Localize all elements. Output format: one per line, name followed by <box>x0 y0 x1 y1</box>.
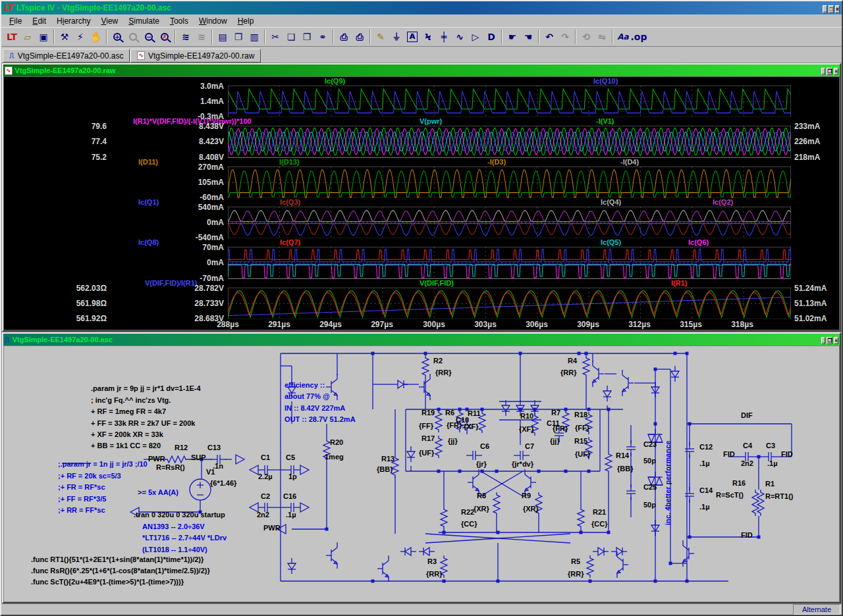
mirror-button[interactable]: ⇋ <box>594 29 610 45</box>
plot-settings-button[interactable]: ≋ <box>194 29 209 45</box>
plot-grid[interactable] <box>228 126 791 157</box>
menu-item-tools[interactable]: Tools <box>165 16 194 26</box>
plot-grid[interactable] <box>228 86 791 117</box>
menu-item-edit[interactable]: Edit <box>27 16 51 26</box>
menu-item-help[interactable]: Help <box>232 16 259 26</box>
maximize-button[interactable]: □ <box>829 5 833 13</box>
ground-button[interactable]: ⏚ <box>389 29 404 45</box>
zoom-back-button[interactable] <box>125 29 141 45</box>
plot-pane-2[interactable]: I(R1)*V(DIF,FID)/(-I(V1)*V(pwr))*100V(pw… <box>4 117 839 157</box>
y-axis-outer-labels: 562.03Ω561.98Ω561.92Ω <box>4 288 111 319</box>
trace-label[interactable]: I(D13) <box>279 158 300 167</box>
plot-pane-6[interactable]: V(DIF,FID)/I(R1)V(DIF,FID)I(R1)562.03Ω56… <box>4 279 839 319</box>
control-panel-button[interactable]: ⚒ <box>57 29 72 45</box>
plot-grid[interactable] <box>228 288 791 319</box>
schematic-text: C23 <box>643 440 657 449</box>
undo-button[interactable]: ↶ <box>541 29 557 45</box>
close-button[interactable]: × <box>834 337 838 344</box>
trace-label[interactable]: Ic(Q10) <box>593 77 618 86</box>
maximize-button[interactable]: ❐ <box>827 68 832 75</box>
trace-label[interactable]: -I(V1) <box>596 117 614 126</box>
y-axis-right-labels <box>791 86 839 117</box>
plot-pane-4[interactable]: Ic(Q1)Ic(Q3)Ic(Q4)Ic(Q2)540mA0mA-540mA <box>4 198 839 238</box>
minimize-button[interactable]: _ <box>823 5 827 13</box>
zoom-full-extents-button[interactable]: ✗ <box>157 29 173 45</box>
menu-item-file[interactable]: File <box>4 16 27 26</box>
draw-wire-button[interactable]: ✎ <box>373 29 389 45</box>
save-button[interactable]: ▣ <box>36 29 51 45</box>
trace-label[interactable]: Ic(Q8) <box>138 238 159 247</box>
zoom-in-button[interactable]: + <box>109 29 125 45</box>
trace-label[interactable]: Ic(Q3) <box>280 198 300 207</box>
plot-grid[interactable] <box>228 247 791 278</box>
halt-button[interactable]: ✋ <box>88 29 104 45</box>
tab-asc[interactable]: ⎍VtgSimple-EE1497a20-00.asc <box>3 49 130 63</box>
plot-pane-3[interactable]: I(D11)I(D13)-I(D3)-I(D4)270mA105mA-60mA <box>4 158 839 198</box>
trace-label[interactable]: I(R1) <box>671 279 687 288</box>
schematic-text: R16 <box>732 479 746 488</box>
autorange-y-axis-button[interactable]: ≋ <box>178 29 194 45</box>
trace-label[interactable]: Ic(Q6) <box>688 238 709 247</box>
net-label-button[interactable]: A <box>404 29 420 45</box>
minimize-button[interactable]: _ <box>821 68 825 75</box>
find-button[interactable]: ⚭ <box>315 29 331 45</box>
text-tool-button[interactable]: Aa <box>615 29 631 45</box>
plot-grid[interactable] <box>228 207 791 238</box>
resistor-button[interactable]: Ϟ <box>420 29 436 45</box>
minimize-button[interactable]: _ <box>821 337 825 344</box>
drag-button[interactable]: ☚ <box>520 29 536 45</box>
spice-directive-button[interactable]: .op <box>631 29 647 45</box>
schematic-text: .func ScT(){2u+4E9*(1-(time>5)*(1-(time>… <box>31 578 184 586</box>
schematic-titlebar[interactable]: ⎍ VtgSimple-EE1497a20-00.asc _❐× <box>3 334 840 346</box>
run-button[interactable]: ⚡ <box>72 29 88 45</box>
arrange-windows-button[interactable]: ▥ <box>246 29 262 45</box>
waveform-titlebar[interactable]: ∿ VtgSimple-EE1497a20-00.raw _❐× <box>3 64 840 76</box>
cut-button[interactable]: ✂ <box>267 29 283 45</box>
trace-label[interactable]: -I(D3) <box>487 158 506 167</box>
maximize-button[interactable]: ❐ <box>827 337 832 344</box>
menu-item-simulate[interactable]: Simulate <box>123 16 165 26</box>
trace-label[interactable]: Ic(Q2) <box>713 198 733 207</box>
trace-label[interactable]: I(D11) <box>138 158 158 167</box>
trace-label[interactable]: Ic(Q1) <box>138 198 159 207</box>
inductor-button[interactable]: ∿ <box>452 29 468 45</box>
trace-label[interactable]: V(DIF,FID)/I(R1) <box>145 279 197 288</box>
new-schematic-button[interactable]: LT <box>4 29 20 45</box>
tab-raw[interactable]: ∿VtgSimple-EE1497a20-00.raw <box>130 49 261 63</box>
trace-label[interactable]: Ic(Q5) <box>601 238 621 247</box>
open-file-button[interactable]: ▱ <box>20 29 36 45</box>
schematic-text: + BB = 1k1 CC = 820 <box>91 442 161 450</box>
component-button[interactable]: D <box>483 29 499 45</box>
zoom-out-button[interactable]: − <box>141 29 157 45</box>
plot-pane-5[interactable]: Ic(Q8)Ic(Q7)Ic(Q5)Ic(Q6)70mA0mA-70mA <box>4 238 839 278</box>
copy-button[interactable]: ❏ <box>283 29 299 45</box>
tile-windows-button[interactable]: ▤ <box>215 29 231 45</box>
diode-button[interactable]: ▷ <box>468 29 483 45</box>
menu-item-hierarchy[interactable]: Hierarchy <box>51 16 95 26</box>
cascade-windows-button[interactable]: ❐ <box>231 29 246 45</box>
redo-button[interactable]: ↷ <box>557 29 573 45</box>
capacitor-button[interactable]: ╪ <box>436 29 452 45</box>
trace-label[interactable]: Ic(Q9) <box>325 77 345 86</box>
plot-pane-1[interactable]: Ic(Q9)Ic(Q10)3.0mA1.4mA-0.3mA <box>4 77 839 117</box>
schematic-text: R19 <box>422 409 435 417</box>
menu-item-window[interactable]: Window <box>194 16 232 26</box>
trace-label[interactable]: V(pwr) <box>420 117 442 126</box>
plot-grid[interactable] <box>228 167 791 198</box>
waveform-plot-area[interactable]: Ic(Q9)Ic(Q10)3.0mA1.4mA-0.3mAI(R1)*V(DIF… <box>3 76 840 330</box>
close-button[interactable]: × <box>834 68 838 75</box>
print-preview-button[interactable]: ⎙ <box>336 29 352 45</box>
trace-label[interactable]: Ic(Q4) <box>601 198 621 207</box>
schematic-canvas[interactable]: .param jr = 9p jj = jr*1 dv=1-1E-4; inc'… <box>3 346 840 602</box>
trace-label[interactable]: V(DIF,FID) <box>420 279 454 288</box>
trace-label[interactable]: -I(D4) <box>620 158 639 167</box>
rotate-button[interactable]: ⟲ <box>578 29 594 45</box>
menu-item-view[interactable]: View <box>95 16 123 26</box>
move-button[interactable]: ☛ <box>504 29 520 45</box>
trace-label[interactable]: I(R1)*V(DIF,FID)/(-I(V1)*V(pwr))*100 <box>133 117 252 126</box>
y-axis-right-labels <box>791 167 839 198</box>
trace-label[interactable]: Ic(Q7) <box>280 238 300 247</box>
print-button[interactable]: ⎙ <box>352 29 367 45</box>
paste-button[interactable]: ❐ <box>299 29 315 45</box>
close-button[interactable]: × <box>835 5 840 13</box>
